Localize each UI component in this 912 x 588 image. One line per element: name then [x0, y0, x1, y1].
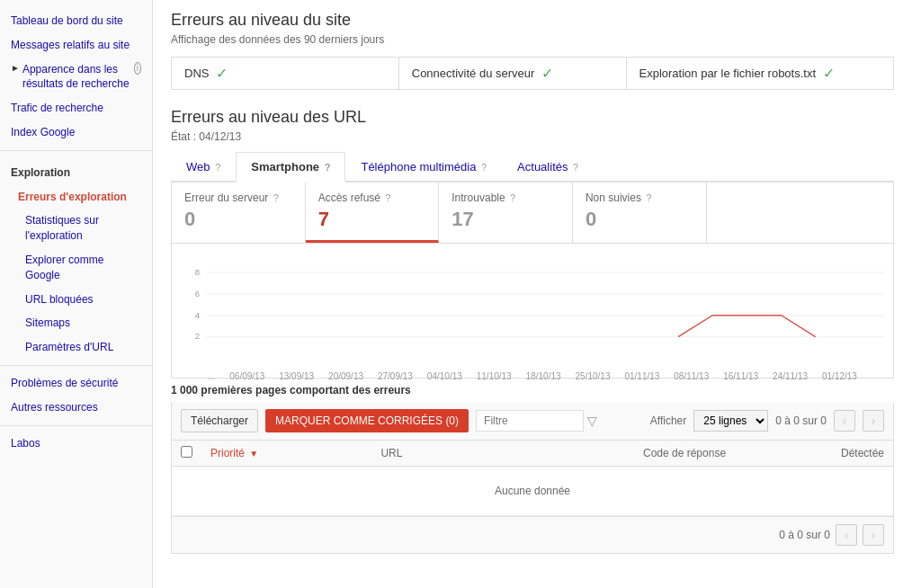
site-errors-title: Erreurs au niveau du site	[171, 11, 894, 30]
col-checkbox	[172, 441, 201, 467]
robots-check-icon: ✓	[823, 65, 835, 82]
svg-text:4: 4	[195, 310, 201, 320]
sidebar-item-trafic[interactable]: Trafic de recherche	[0, 96, 152, 120]
filter-icon: ▽	[587, 414, 597, 428]
robots-label: Exploration par le fichier robots.txt	[639, 67, 817, 80]
introuvable-help: ?	[510, 192, 515, 203]
select-all-checkbox[interactable]	[181, 446, 192, 458]
prev-button-top[interactable]: ‹	[834, 410, 855, 432]
prev-button-bottom[interactable]: ‹	[836, 524, 857, 546]
download-button[interactable]: Télécharger	[181, 409, 258, 432]
site-errors-boxes: DNS ✓ Connectivité du serveur ✓ Explorat…	[171, 57, 894, 90]
table-section: Télécharger MARQUER COMME CORRIGÉES (0) …	[171, 402, 894, 554]
col-code-reponse: Code de réponse	[474, 441, 735, 467]
table-toolbar: Télécharger MARQUER COMME CORRIGÉES (0) …	[172, 402, 893, 441]
smartphone-help-icon: ?	[325, 162, 331, 173]
tab-web[interactable]: Web ?	[171, 152, 236, 183]
info-icon: i	[134, 62, 141, 75]
non-suivies-value: 0	[586, 208, 693, 231]
info-note: 1 000 premières pages comportant des err…	[171, 379, 894, 402]
no-data-row: Aucune donnée	[172, 467, 893, 516]
dns-box: DNS ✓	[172, 58, 399, 89]
sidebar-item-messages[interactable]: Messages relatifs au site	[0, 33, 152, 58]
erreur-serveur-help: ?	[273, 192, 279, 203]
chart-svg: 8 6 4 2	[181, 257, 884, 365]
show-label: Afficher	[650, 414, 686, 427]
filter-input[interactable]	[476, 410, 584, 432]
erreur-serveur-value: 0	[184, 208, 292, 231]
arrow-icon: ►	[11, 62, 20, 75]
url-error-tabs: Web ? Smartphone ? Téléphone multimédia …	[171, 152, 894, 183]
chart-x-labels: ... 06/09/13 13/09/13 20/09/13 27/09/13 …	[181, 370, 884, 381]
chart-area: 8 6 4 2 ... 06/09/13 13/09/13 20/09/13 2…	[171, 244, 894, 379]
stat-introuvable: Introuvable ? 17	[439, 183, 573, 243]
tab-smartphone[interactable]: Smartphone ?	[236, 152, 345, 183]
robots-box: Exploration par le fichier robots.txt ✓	[627, 58, 894, 89]
non-suivies-help: ?	[646, 192, 651, 203]
sidebar-section-exploration: Exploration	[0, 156, 152, 185]
sidebar-item-problemes[interactable]: Problèmes de sécurité	[0, 371, 152, 396]
mark-corrected-button[interactable]: MARQUER COMME CORRIGÉES (0)	[265, 409, 469, 432]
svg-text:8: 8	[195, 267, 200, 277]
col-detectee: Détectée	[735, 441, 893, 467]
sidebar-item-erreurs-exploration[interactable]: Erreurs d'exploration	[0, 185, 152, 209]
telephone-help-icon: ?	[481, 162, 487, 173]
connectivity-box: Connectivité du serveur ✓	[399, 58, 627, 89]
data-table: Priorité ▼ URL Code de réponse Détectée …	[172, 441, 893, 516]
bottom-pagination: 0 à 0 sur 0 ‹ ›	[172, 516, 893, 553]
no-data-message: Aucune donnée	[172, 467, 893, 516]
sidebar: Tableau de bord du site Messages relatif…	[0, 0, 153, 588]
sidebar-item-url-bloquees[interactable]: URL bloquées	[0, 288, 152, 312]
sidebar-divider-2	[0, 365, 152, 366]
url-errors-title: Erreurs au niveau des URL	[171, 108, 894, 127]
sidebar-item-labos[interactable]: Labos	[0, 432, 152, 456]
acces-refuse-value: 7	[318, 208, 426, 231]
introuvable-value: 17	[452, 208, 559, 231]
dns-label: DNS	[184, 67, 209, 80]
next-button-top[interactable]: ›	[863, 410, 884, 432]
site-errors-subtitle: Affichage des données des 90 derniers jo…	[171, 33, 894, 46]
pagination-info-bottom: 0 à 0 sur 0	[779, 529, 830, 541]
col-priorite[interactable]: Priorité ▼	[201, 441, 371, 467]
stat-empty	[707, 183, 893, 243]
sidebar-item-sitemaps[interactable]: Sitemaps	[0, 311, 152, 335]
stat-non-suivies: Non suivies ? 0	[573, 183, 707, 243]
main-content: Erreurs au niveau du site Affichage des …	[153, 0, 912, 588]
sidebar-item-parametres-url[interactable]: Paramètres d'URL	[0, 335, 152, 360]
error-stats-row: Erreur du serveur ? 0 Accès refusé ? 7 I…	[171, 183, 894, 244]
tab-telephone[interactable]: Téléphone multimédia ?	[345, 152, 502, 183]
col-url: URL	[371, 441, 474, 467]
sort-arrow-icon: ▼	[249, 449, 258, 459]
pagination-info-top: 0 à 0 sur 0	[775, 414, 827, 427]
svg-text:2: 2	[195, 331, 200, 341]
stat-acces-refuse[interactable]: Accès refusé ? 7	[306, 183, 440, 243]
next-button-bottom[interactable]: ›	[863, 524, 884, 546]
sidebar-divider	[0, 150, 152, 151]
rows-select[interactable]: 25 lignes 10 lignes 50 lignes	[693, 410, 768, 432]
connectivity-label: Connectivité du serveur	[412, 67, 535, 80]
tab-actualites[interactable]: Actualités ?	[502, 152, 594, 183]
web-help-icon: ?	[215, 162, 220, 173]
stat-erreur-serveur: Erreur du serveur ? 0	[172, 183, 306, 243]
sidebar-divider-3	[0, 425, 152, 426]
sidebar-item-tableau[interactable]: Tableau de bord du site	[0, 9, 152, 33]
sidebar-item-index[interactable]: Index Google	[0, 120, 152, 145]
url-errors-state: État : 04/12/13	[171, 130, 894, 143]
sidebar-item-stats-exploration[interactable]: Statistiques sur l'exploration	[0, 209, 152, 248]
dns-check-icon: ✓	[216, 65, 228, 82]
actualites-help-icon: ?	[573, 162, 578, 173]
sidebar-item-explorer-google[interactable]: Explorer comme Google	[0, 248, 152, 288]
connectivity-check-icon: ✓	[541, 65, 553, 82]
sidebar-item-apparence[interactable]: ► Apparence dans les résultats de recher…	[0, 58, 152, 97]
acces-refuse-help: ?	[385, 192, 390, 203]
svg-text:6: 6	[195, 289, 200, 298]
sidebar-item-autres[interactable]: Autres ressources	[0, 396, 152, 420]
